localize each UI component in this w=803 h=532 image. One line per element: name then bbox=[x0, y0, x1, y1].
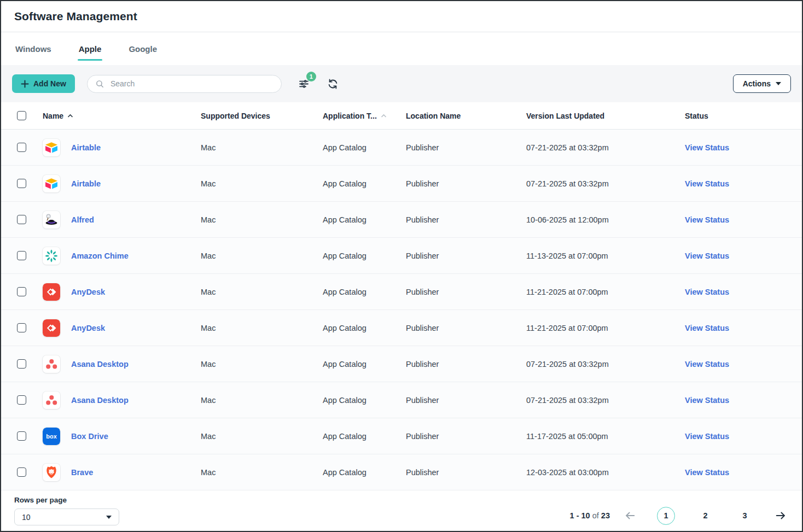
column-header-status[interactable]: Status bbox=[685, 112, 789, 120]
view-status-link[interactable]: View Status bbox=[685, 252, 729, 260]
status-cell: View Status bbox=[685, 432, 789, 441]
row-checkbox[interactable] bbox=[17, 215, 26, 224]
next-page-button[interactable] bbox=[772, 507, 789, 524]
name-cell: Airtable bbox=[43, 175, 201, 192]
sort-asc-icon bbox=[67, 114, 73, 118]
table-row: Brave Mac App Catalog Publisher 12-03-20… bbox=[1, 454, 802, 490]
airtable-icon bbox=[43, 175, 60, 192]
supported-devices-cell: Mac bbox=[201, 360, 323, 369]
filter-count-badge: 1 bbox=[306, 72, 316, 81]
row-checkbox-cell bbox=[14, 179, 43, 188]
arrow-right-icon bbox=[775, 510, 787, 522]
row-checkbox[interactable] bbox=[17, 143, 26, 152]
page-button-2[interactable]: 2 bbox=[696, 507, 714, 525]
tab-apple[interactable]: Apple bbox=[78, 42, 103, 56]
app-name-link[interactable]: Amazon Chime bbox=[71, 252, 129, 260]
app-name-link[interactable]: AnyDesk bbox=[71, 324, 105, 332]
location-name-cell: Publisher bbox=[406, 432, 526, 441]
row-checkbox[interactable] bbox=[17, 467, 26, 477]
status-cell: View Status bbox=[685, 360, 789, 369]
view-status-link[interactable]: View Status bbox=[685, 179, 729, 188]
view-status-link[interactable]: View Status bbox=[685, 468, 729, 477]
range-total: 23 bbox=[601, 511, 610, 520]
rows-per-page-value: 10 bbox=[22, 513, 31, 522]
table-row: Amazon Chime Mac App Catalog Publisher 1… bbox=[1, 238, 802, 274]
view-status-link[interactable]: View Status bbox=[685, 396, 729, 405]
status-cell: View Status bbox=[685, 468, 789, 477]
supported-devices-cell: Mac bbox=[201, 324, 323, 332]
table-row: Asana Desktop Mac App Catalog Publisher … bbox=[1, 346, 802, 382]
actions-button[interactable]: Actions bbox=[733, 74, 791, 93]
app-name-link[interactable]: Brave bbox=[71, 468, 93, 477]
add-new-button[interactable]: Add New bbox=[12, 74, 75, 93]
plus-icon bbox=[21, 80, 29, 88]
search-container bbox=[87, 75, 282, 93]
row-checkbox-cell bbox=[14, 431, 43, 441]
app-name-link[interactable]: Alfred bbox=[71, 215, 94, 224]
name-cell: Asana Desktop bbox=[43, 391, 201, 409]
view-status-link[interactable]: View Status bbox=[685, 288, 729, 296]
row-checkbox[interactable] bbox=[17, 359, 26, 369]
column-header-supported-devices[interactable]: Supported Devices bbox=[201, 112, 323, 120]
anydesk-icon bbox=[43, 319, 60, 337]
app-name-link[interactable]: AnyDesk bbox=[71, 288, 105, 296]
rows-per-page-label: Rows per page bbox=[14, 496, 119, 504]
tab-windows[interactable]: Windows bbox=[14, 42, 53, 56]
version-last-updated-cell: 10-06-2025 at 12:00pm bbox=[526, 215, 685, 224]
row-checkbox[interactable] bbox=[17, 323, 26, 332]
app-name-link[interactable]: Airtable bbox=[71, 179, 101, 188]
view-status-link[interactable]: View Status bbox=[685, 432, 729, 441]
status-cell: View Status bbox=[685, 179, 789, 188]
app-name-link[interactable]: Box Drive bbox=[71, 432, 108, 441]
page-button-1[interactable]: 1 bbox=[657, 507, 675, 525]
search-input[interactable] bbox=[87, 75, 282, 93]
row-checkbox[interactable] bbox=[17, 251, 26, 260]
page-button-3[interactable]: 3 bbox=[736, 507, 754, 525]
row-checkbox-cell bbox=[14, 359, 43, 369]
table-row: AnyDesk Mac App Catalog Publisher 11-21-… bbox=[1, 310, 802, 346]
header-checkbox-cell bbox=[14, 111, 43, 120]
view-status-link[interactable]: View Status bbox=[685, 215, 729, 224]
application-type-cell: App Catalog bbox=[323, 288, 406, 296]
location-name-cell: Publisher bbox=[406, 396, 526, 405]
row-checkbox[interactable] bbox=[17, 287, 26, 296]
application-type-cell: App Catalog bbox=[323, 324, 406, 332]
location-name-cell: Publisher bbox=[406, 360, 526, 369]
app-name-link[interactable]: Asana Desktop bbox=[71, 360, 129, 369]
arrow-left-icon bbox=[624, 510, 636, 522]
supported-devices-cell: Mac bbox=[201, 252, 323, 260]
previous-page-button[interactable] bbox=[622, 507, 638, 524]
view-status-link[interactable]: View Status bbox=[685, 143, 729, 152]
supported-devices-cell: Mac bbox=[201, 288, 323, 296]
row-checkbox[interactable] bbox=[17, 395, 26, 405]
tab-google[interactable]: Google bbox=[127, 42, 158, 56]
name-cell: AnyDesk bbox=[43, 319, 201, 337]
row-checkbox-cell bbox=[14, 323, 43, 332]
page-header: Software Management bbox=[1, 1, 802, 32]
row-checkbox[interactable] bbox=[17, 431, 26, 441]
filter-button[interactable]: 1 bbox=[296, 76, 312, 92]
column-header-name[interactable]: Name bbox=[43, 112, 201, 120]
app-name-link[interactable]: Asana Desktop bbox=[71, 396, 129, 405]
view-status-link[interactable]: View Status bbox=[685, 324, 729, 332]
application-type-cell: App Catalog bbox=[323, 432, 406, 441]
location-name-cell: Publisher bbox=[406, 252, 526, 260]
location-name-cell: Publisher bbox=[406, 468, 526, 477]
table-row: Asana Desktop Mac App Catalog Publisher … bbox=[1, 382, 802, 418]
select-all-checkbox[interactable] bbox=[17, 111, 26, 120]
column-header-application-type[interactable]: Application T... bbox=[323, 112, 406, 120]
column-header-version-last-updated[interactable]: Version Last Updated bbox=[526, 112, 685, 120]
name-cell: AnyDesk bbox=[43, 283, 201, 301]
application-type-cell: App Catalog bbox=[323, 396, 406, 405]
name-cell: Alfred bbox=[43, 211, 201, 229]
app-name-link[interactable]: Airtable bbox=[71, 143, 101, 152]
row-checkbox[interactable] bbox=[17, 179, 26, 188]
rows-per-page-select[interactable]: 10 bbox=[14, 508, 119, 525]
asana-icon bbox=[43, 355, 60, 373]
refresh-button[interactable] bbox=[325, 76, 341, 92]
status-cell: View Status bbox=[685, 324, 789, 332]
view-status-link[interactable]: View Status bbox=[685, 360, 729, 369]
column-header-location-name[interactable]: Location Name bbox=[406, 112, 526, 120]
svg-text:box: box bbox=[46, 433, 57, 440]
table-row: Airtable Mac App Catalog Publisher 07-21… bbox=[1, 166, 802, 202]
